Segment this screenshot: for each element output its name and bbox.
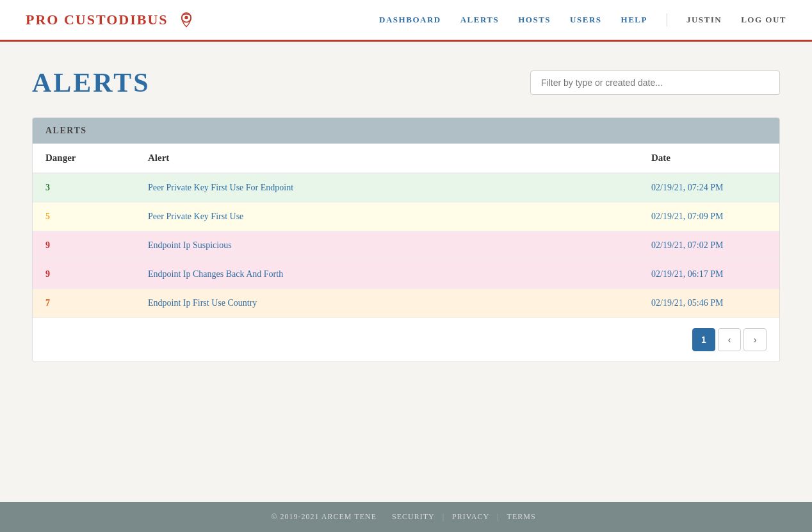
cell-date: 02/19/21, 07:24 PM — [638, 173, 779, 203]
brand-icon — [175, 8, 198, 31]
footer-security[interactable]: SECURITY — [392, 512, 435, 521]
alerts-card-header: ALERTS — [33, 118, 779, 144]
cell-alert[interactable]: Endpoint Ip First Use Country — [135, 289, 638, 318]
footer-terms[interactable]: TERMS — [507, 512, 536, 521]
main-nav: DASHBOARD ALERTS HOSTS USERS HELP JUSTIN… — [379, 13, 786, 26]
cell-date: 02/19/21, 06:17 PM — [638, 260, 779, 289]
cell-date: 02/19/21, 05:46 PM — [638, 289, 779, 318]
col-danger: Danger — [33, 144, 135, 173]
footer: © 2019-2021 ARCEM TENE SECURITY | PRIVAC… — [0, 502, 812, 532]
footer-copyright: © 2019-2021 ARCEM TENE — [271, 512, 377, 521]
filter-input[interactable] — [530, 71, 780, 95]
table-header-row: Danger Alert Date — [33, 144, 779, 173]
cell-danger: 5 — [33, 203, 135, 231]
cell-alert[interactable]: Endpoint Ip Suspicious — [135, 231, 638, 260]
nav-users[interactable]: USERS — [570, 15, 601, 25]
pagination: 1 ‹ › — [33, 318, 779, 362]
nav-logout[interactable]: LOG OUT — [741, 15, 786, 25]
table-row: 9Endpoint Ip Suspicious02/19/21, 07:02 P… — [33, 231, 779, 260]
page-btn-next[interactable]: › — [743, 328, 767, 351]
page-btn-1[interactable]: 1 — [692, 328, 715, 351]
col-alert: Alert — [135, 144, 638, 173]
page-header: ALERTS — [32, 67, 780, 98]
cell-danger: 9 — [33, 260, 135, 289]
logo[interactable]: PRO CUSTODIBUS — [26, 8, 198, 31]
page-btn-prev[interactable]: ‹ — [718, 328, 741, 351]
cell-danger: 3 — [33, 173, 135, 203]
svg-point-1 — [184, 16, 188, 19]
table-row: 5Peer Private Key First Use02/19/21, 07:… — [33, 203, 779, 231]
cell-danger: 7 — [33, 289, 135, 318]
cell-danger: 9 — [33, 231, 135, 260]
cell-alert[interactable]: Peer Private Key First Use For Endpoint — [135, 173, 638, 203]
cell-date: 02/19/21, 07:09 PM — [638, 203, 779, 231]
nav-hosts[interactable]: HOSTS — [518, 15, 551, 25]
nav-help[interactable]: HELP — [621, 15, 647, 25]
nav-dashboard[interactable]: DASHBOARD — [379, 15, 441, 25]
nav-alerts[interactable]: ALERTS — [460, 15, 499, 25]
cell-alert[interactable]: Peer Private Key First Use — [135, 203, 638, 231]
cell-date: 02/19/21, 07:02 PM — [638, 231, 779, 260]
alerts-card: ALERTS Danger Alert Date 3Peer Private K… — [32, 117, 780, 362]
page-title: ALERTS — [32, 67, 150, 98]
cell-alert[interactable]: Endpoint Ip Changes Back And Forth — [135, 260, 638, 289]
table-row: 7Endpoint Ip First Use Country02/19/21, … — [33, 289, 779, 318]
table-row: 9Endpoint Ip Changes Back And Forth02/19… — [33, 260, 779, 289]
table-row: 3Peer Private Key First Use For Endpoint… — [33, 173, 779, 203]
nav-divider — [667, 13, 667, 26]
nav-user[interactable]: JUSTIN — [686, 15, 722, 25]
brand-name: PRO CUSTODIBUS — [26, 12, 168, 28]
col-date: Date — [638, 144, 779, 173]
footer-privacy[interactable]: PRIVACY — [452, 512, 489, 521]
alerts-table: Danger Alert Date 3Peer Private Key Firs… — [33, 144, 779, 318]
